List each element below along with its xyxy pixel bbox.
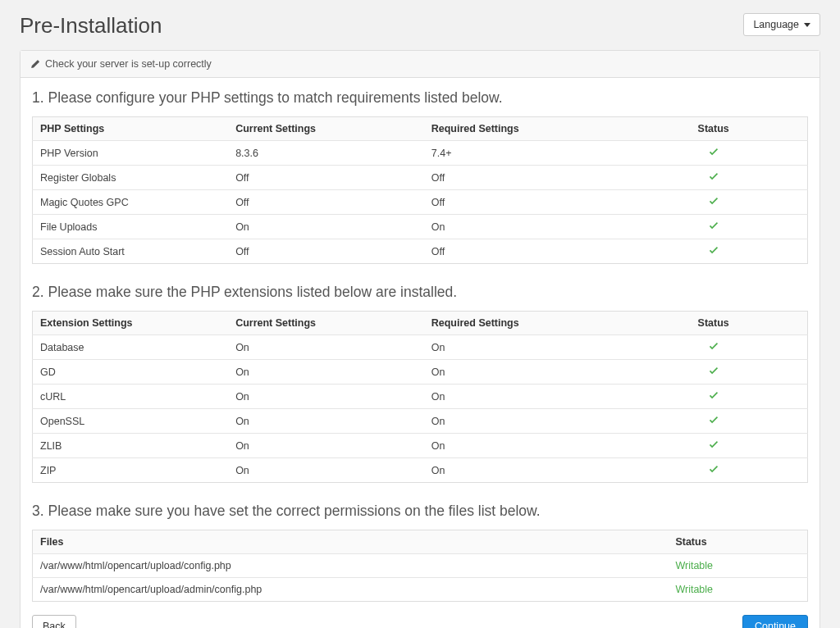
section-title-ext: 2. Please make sure the PHP extensions l…: [32, 284, 808, 301]
file-status: Writable: [668, 578, 807, 602]
col-header: Required Settings: [424, 117, 620, 141]
setting-status: [619, 335, 807, 360]
chevron-down-icon: [804, 23, 810, 27]
setting-required: On: [424, 335, 620, 360]
col-header: Status: [668, 530, 807, 554]
setting-required: On: [424, 434, 620, 458]
file-path: /var/www/html/opencart/upload/admin/conf…: [33, 578, 669, 602]
extension-settings-table: Extension Settings Current Settings Requ…: [32, 311, 808, 483]
setting-status: [619, 166, 807, 190]
setting-required: On: [424, 215, 620, 239]
check-icon: [709, 439, 719, 449]
setting-current: On: [228, 458, 424, 483]
setting-current: Off: [228, 190, 424, 215]
setting-status: [619, 409, 807, 434]
table-row: DatabaseOnOn: [33, 335, 808, 360]
file-path: /var/www/html/opencart/upload/config.php: [33, 554, 669, 578]
table-row: Register GlobalsOffOff: [33, 166, 808, 190]
setting-current: On: [228, 385, 424, 409]
table-row: OpenSSLOnOn: [33, 409, 808, 434]
setting-status: [619, 458, 807, 483]
setting-name: Session Auto Start: [33, 239, 229, 264]
col-header: Required Settings: [424, 312, 620, 335]
back-button[interactable]: Back: [32, 615, 76, 628]
col-header: Extension Settings: [33, 312, 229, 335]
files-permissions-table: Files Status /var/www/html/opencart/uplo…: [32, 530, 808, 602]
table-row: /var/www/html/opencart/upload/config.php…: [33, 554, 808, 578]
section-title-php: 1. Please configure your PHP settings to…: [32, 89, 808, 107]
pre-install-panel: Check your server is set-up correctly 1.…: [20, 50, 820, 628]
setting-name: GD: [33, 360, 229, 385]
setting-status: [619, 239, 807, 264]
setting-name: File Uploads: [33, 215, 229, 239]
panel-subtitle: Check your server is set-up correctly: [45, 58, 212, 70]
table-row: ZLIBOnOn: [33, 434, 808, 458]
setting-name: PHP Version: [33, 141, 229, 166]
col-header: Status: [619, 312, 807, 335]
table-row: ZIPOnOn: [33, 458, 808, 483]
setting-status: [619, 190, 807, 215]
php-settings-table: PHP Settings Current Settings Required S…: [32, 116, 808, 264]
col-header: Current Settings: [228, 117, 424, 141]
setting-status: [619, 434, 807, 458]
check-icon: [709, 221, 719, 230]
setting-required: On: [424, 360, 620, 385]
setting-required: Off: [424, 239, 620, 264]
setting-status: [619, 141, 807, 166]
file-status: Writable: [668, 554, 807, 578]
check-icon: [709, 171, 719, 181]
col-header: PHP Settings: [33, 117, 229, 141]
setting-current: On: [228, 434, 424, 458]
pencil-icon: [30, 59, 40, 69]
check-icon: [709, 147, 719, 157]
setting-current: On: [228, 215, 424, 239]
setting-required: On: [424, 409, 620, 434]
setting-status: [619, 385, 807, 409]
check-icon: [709, 464, 719, 474]
language-label: Language: [753, 19, 799, 30]
table-row: /var/www/html/opencart/upload/admin/conf…: [33, 578, 808, 602]
col-header: Status: [619, 117, 807, 141]
setting-current: On: [228, 335, 424, 360]
setting-current: On: [228, 409, 424, 434]
table-row: GDOnOn: [33, 360, 808, 385]
setting-name: Database: [33, 335, 229, 360]
language-dropdown[interactable]: Language: [743, 13, 820, 36]
setting-required: On: [424, 458, 620, 483]
setting-name: cURL: [33, 385, 229, 409]
check-icon: [709, 196, 719, 206]
setting-name: OpenSSL: [33, 409, 229, 434]
continue-button[interactable]: Continue: [742, 615, 808, 628]
setting-name: Magic Quotes GPC: [33, 190, 229, 215]
check-icon: [709, 415, 719, 425]
col-header: Current Settings: [228, 312, 424, 335]
setting-required: 7.4+: [424, 141, 620, 166]
check-icon: [709, 366, 719, 375]
table-row: File UploadsOnOn: [33, 215, 808, 239]
setting-name: Register Globals: [33, 166, 229, 190]
setting-status: [619, 215, 807, 239]
table-row: PHP Version8.3.67.4+: [33, 141, 808, 166]
table-row: Magic Quotes GPCOffOff: [33, 190, 808, 215]
panel-header: Check your server is set-up correctly: [21, 51, 819, 78]
table-row: cURLOnOn: [33, 385, 808, 409]
check-icon: [709, 341, 719, 351]
setting-status: [619, 360, 807, 385]
setting-required: On: [424, 385, 620, 409]
check-icon: [709, 390, 719, 400]
setting-current: Off: [228, 239, 424, 264]
section-title-files: 3. Please make sure you have set the cor…: [32, 503, 808, 520]
setting-current: On: [228, 360, 424, 385]
setting-name: ZLIB: [33, 434, 229, 458]
setting-required: Off: [424, 166, 620, 190]
setting-name: ZIP: [33, 458, 229, 483]
table-row: Session Auto StartOffOff: [33, 239, 808, 264]
col-header: Files: [33, 530, 669, 554]
page-title: Pre-Installation: [20, 13, 162, 39]
setting-current: Off: [228, 166, 424, 190]
check-icon: [709, 245, 719, 255]
setting-current: 8.3.6: [228, 141, 424, 166]
setting-required: Off: [424, 190, 620, 215]
